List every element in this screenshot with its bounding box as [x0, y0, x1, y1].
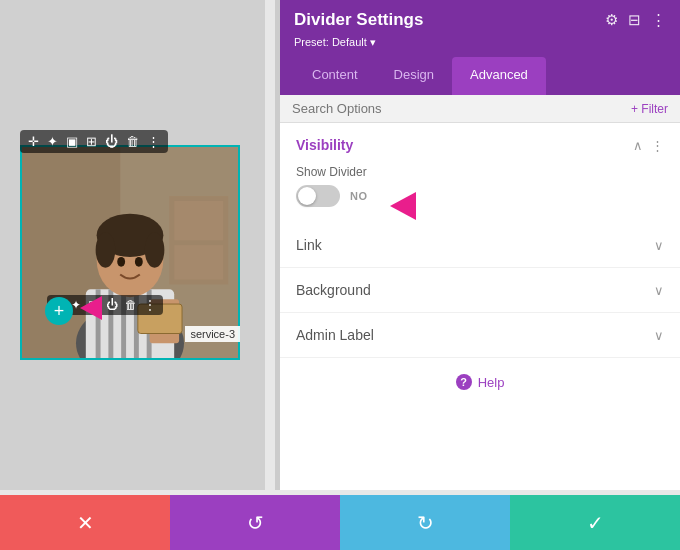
panel-header-icons: ⚙ ⊟ ⋮: [605, 11, 666, 29]
admin-label-chevron-down[interactable]: ∨: [654, 328, 664, 343]
add-icon: +: [54, 301, 65, 322]
toolbar-more-icon[interactable]: ⋮: [147, 134, 160, 149]
inner-delete-icon[interactable]: 🗑: [125, 298, 137, 312]
background-title: Background: [296, 282, 371, 298]
panel-body: Visibility ∧ ⋮ Show Divider NO Link ∨: [280, 123, 680, 490]
link-section-header[interactable]: Link ∨: [280, 223, 680, 268]
show-divider-label: Show Divider: [296, 165, 664, 179]
cancel-button[interactable]: ✕: [0, 495, 170, 550]
panel-title: Divider Settings: [294, 10, 423, 30]
filter-button[interactable]: + Filter: [631, 102, 668, 116]
panel-icon-more[interactable]: ⋮: [651, 11, 666, 29]
visibility-title: Visibility: [296, 137, 353, 153]
toolbar-layout-icon[interactable]: ▣: [66, 134, 78, 149]
background-chevron-down[interactable]: ∨: [654, 283, 664, 298]
inner-power-icon[interactable]: ⏻: [106, 298, 118, 312]
background-section-header[interactable]: Background ∨: [280, 268, 680, 313]
toggle-row: NO: [296, 185, 664, 207]
svg-point-14: [135, 257, 143, 267]
tabs-row: Content Design Advanced: [294, 57, 666, 95]
svg-point-13: [117, 257, 125, 267]
svg-point-12: [145, 232, 165, 267]
panel-icon-columns[interactable]: ⊟: [628, 11, 641, 29]
panel-header-top: Divider Settings ⚙ ⊟ ⋮: [294, 10, 666, 30]
undo-button[interactable]: ↺: [170, 495, 340, 550]
settings-panel: Divider Settings ⚙ ⊟ ⋮ Preset: Default ▾…: [280, 0, 680, 490]
redo-icon: ↻: [417, 511, 434, 535]
service-label: service-3: [185, 326, 240, 342]
help-row[interactable]: ? Help: [280, 358, 680, 406]
admin-label-icons[interactable]: ∨: [654, 328, 664, 343]
tab-design[interactable]: Design: [376, 57, 452, 95]
preset-label[interactable]: Preset: Default ▾: [294, 36, 666, 49]
svg-rect-20: [174, 245, 223, 279]
link-icons[interactable]: ∨: [654, 238, 664, 253]
search-input[interactable]: [292, 101, 623, 116]
svg-point-11: [96, 232, 116, 267]
canvas-arrow-left: [80, 296, 102, 320]
background-icons[interactable]: ∨: [654, 283, 664, 298]
visibility-section-header[interactable]: Visibility ∧ ⋮: [280, 123, 680, 157]
admin-label-title: Admin Label: [296, 327, 374, 343]
toolbar-grid-icon[interactable]: ⊞: [86, 134, 97, 149]
visibility-icons[interactable]: ∧ ⋮: [633, 138, 664, 153]
visibility-dot-menu[interactable]: ⋮: [651, 138, 664, 153]
link-title: Link: [296, 237, 322, 253]
search-bar: + Filter: [280, 95, 680, 123]
link-chevron-down[interactable]: ∨: [654, 238, 664, 253]
undo-icon: ↺: [247, 511, 264, 535]
add-button[interactable]: +: [45, 297, 73, 325]
inner-more-icon[interactable]: ⋮: [144, 298, 156, 312]
toolbar-add-icon[interactable]: ✛: [28, 134, 39, 149]
svg-rect-19: [174, 201, 223, 240]
toolbar-power-icon[interactable]: ⏻: [105, 134, 118, 149]
canvas-area: ✛ ✦ ▣ ⊞ ⏻ 🗑 ⋮ ✛ ✦ ▣ ⏻ 🗑 ⋮: [0, 0, 265, 490]
save-button[interactable]: ✓: [510, 495, 680, 550]
show-divider-toggle[interactable]: [296, 185, 340, 207]
visibility-chevron-up[interactable]: ∧: [633, 138, 643, 153]
help-label[interactable]: Help: [478, 375, 505, 390]
top-toolbar[interactable]: ✛ ✦ ▣ ⊞ ⏻ 🗑 ⋮: [20, 130, 168, 153]
admin-label-section-header[interactable]: Admin Label ∨: [280, 313, 680, 358]
panel-arrow: [390, 192, 416, 220]
panel-header: Divider Settings ⚙ ⊟ ⋮ Preset: Default ▾…: [280, 0, 680, 95]
cancel-icon: ✕: [77, 511, 94, 535]
visibility-content: Show Divider NO: [280, 157, 680, 223]
tab-advanced[interactable]: Advanced: [452, 57, 546, 95]
toggle-no-label: NO: [350, 190, 368, 202]
redo-button[interactable]: ↻: [340, 495, 510, 550]
toolbar-delete-icon[interactable]: 🗑: [126, 134, 139, 149]
help-icon: ?: [456, 374, 472, 390]
panel-icon-settings[interactable]: ⚙: [605, 11, 618, 29]
toolbar-settings-icon[interactable]: ✦: [47, 134, 58, 149]
bottom-toolbar: ✕ ↺ ↻ ✓: [0, 495, 680, 550]
tab-content[interactable]: Content: [294, 57, 376, 95]
toggle-knob: [298, 187, 316, 205]
save-icon: ✓: [587, 511, 604, 535]
